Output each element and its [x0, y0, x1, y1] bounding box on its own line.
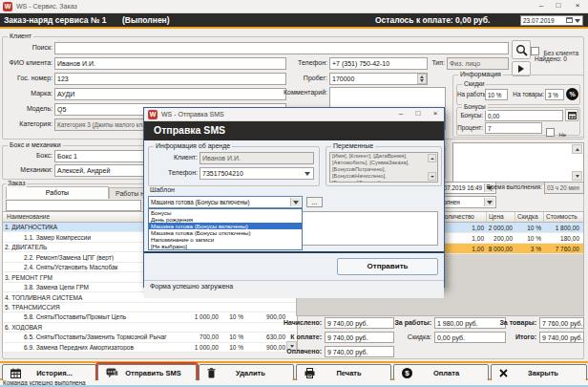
modal-header: Отправка SMS [144, 121, 444, 140]
scroll-up-icon[interactable] [572, 144, 582, 154]
modal-phone-label: Телефон: [152, 167, 198, 179]
discount-goods-label: На товары: [510, 89, 544, 100]
search-input[interactable] [54, 42, 509, 54]
marka-label: Марка: [5, 88, 52, 99]
discount-total-label: Скидка: [389, 332, 431, 343]
stepper-down-icon[interactable] [420, 79, 424, 82]
modal-phone-combo[interactable]: 73517504210 [200, 167, 314, 180]
model-label: Модель: [5, 103, 52, 115]
bonus-calendar-button[interactable] [565, 109, 578, 121]
gos-input[interactable]: 123 [54, 73, 286, 85]
scroll-down-icon[interactable] [572, 171, 582, 181]
dropdown-option[interactable]: Машина готова (Бонусы отключены) [149, 229, 302, 236]
combo-arrow-icon[interactable] [303, 169, 312, 178]
send-button[interactable]: Отправить [337, 258, 438, 275]
payment-button[interactable]: $ Оплата [393, 364, 489, 381]
bonus-input[interactable]: 0,00 [485, 110, 563, 121]
modal-maximize-button[interactable]: □ [411, 109, 425, 118]
calendar-icon [10, 368, 21, 378]
template-more-button[interactable]: ... [306, 197, 323, 207]
accrued-value: 9 740,00 руб. [325, 317, 394, 329]
print-button[interactable]: Печать [296, 364, 391, 381]
price-column-header[interactable]: Цена [486, 212, 514, 222]
tab-works[interactable]: Работы [6, 186, 109, 199]
template-combo[interactable]: Машина готова (Бонусы включены) [148, 196, 303, 208]
dropdown-option[interactable]: День рождения [149, 216, 302, 223]
modal-status-bar: Форма успешно загружена [144, 280, 444, 298]
dropdown-option[interactable]: Бонусы [149, 209, 302, 216]
discount-goods-input[interactable]: 3 % [545, 89, 564, 100]
discount-column-header[interactable]: Скидка [514, 212, 543, 222]
modal-close-button[interactable]: × [429, 109, 442, 118]
name-column-header[interactable]: Наименование [7, 213, 50, 220]
dropdown-option-selected[interactable]: Машина готова (Бонусы включены) [149, 223, 302, 229]
table-row[interactable]: 5.8. Снять/Поставить/Промыт Цепь1 000,00… [3, 312, 297, 322]
client-group-label: Клиент [8, 32, 33, 40]
mech-label: Механики: [10, 164, 52, 176]
send-sms-button[interactable]: Отправить SMS [97, 364, 197, 381]
discounts-group-label: Скидки [462, 80, 486, 88]
maximize-button[interactable]: □ [552, 1, 565, 11]
modal-minimize-button[interactable]: – [394, 109, 408, 118]
tab-works-label: Работы [46, 189, 69, 196]
grand-total-value: 9 740,00 руб. [539, 332, 584, 343]
marka-input[interactable]: АУДИ [54, 88, 286, 100]
dropdown-option[interactable]: Напоминание о записи [149, 236, 302, 243]
info-textarea[interactable] [452, 142, 584, 183]
modal-status-text: Форма успешно загружена [150, 283, 233, 290]
probeg-stepper[interactable] [417, 74, 427, 84]
accrued-label: Начислено: [274, 317, 322, 329]
calendar-icon[interactable] [566, 17, 573, 23]
date-picker[interactable]: 23.07.2019 [520, 15, 583, 26]
checkbox-icon[interactable] [546, 128, 555, 137]
modal-client-label: Клиент: [152, 152, 198, 163]
search-button[interactable] [512, 40, 531, 59]
tree-search-input[interactable] [6, 200, 141, 211]
payment-button-label: Оплата [418, 369, 488, 377]
template-label: Шаблон [150, 184, 175, 196]
type-label: Тип: [428, 57, 445, 69]
search-label: Поиск: [10, 42, 52, 54]
table-row[interactable]: 6. ХОДОВАЯ [3, 323, 297, 333]
cost-column-header[interactable]: Стоимость [543, 212, 581, 222]
table-row[interactable]: 6.5. Снять/Поставить/Заменить Тормозной … [3, 333, 297, 342]
discount-works-input[interactable]: 10 % [485, 89, 508, 100]
date-dropdown-icon[interactable] [575, 19, 580, 23]
percent-icon: % [569, 91, 575, 97]
minimize-button[interactable]: – [535, 1, 548, 11]
due-label: К оплате: [274, 332, 322, 343]
dropdown-option[interactable]: [Не выбрано] [149, 243, 302, 249]
stepper-up-icon[interactable] [420, 75, 424, 78]
modal-separator [144, 251, 444, 253]
table-row[interactable]: 5. ТРАНСМИССИЯ [3, 303, 297, 312]
vars-group-label: Переменные [331, 142, 375, 150]
qty-column-header[interactable]: Количество [438, 212, 486, 222]
exec-time-label: Время выполнения: [483, 182, 542, 193]
combo-arrow-icon[interactable] [484, 198, 494, 206]
close-button[interactable]: × [571, 1, 584, 11]
works-total-label: За работы: [389, 317, 431, 329]
close-order-button-label: Закрыть [514, 369, 586, 377]
fio-input[interactable]: Иванов И.И. [54, 57, 286, 70]
phone-input[interactable]: +7 (351) 750-42-10 [329, 57, 428, 70]
discount-button[interactable]: % [566, 88, 578, 100]
delete-button[interactable]: Удалить [199, 364, 294, 381]
trash-icon [207, 368, 216, 378]
search-icon [515, 44, 528, 56]
discount-works-label: На работы: [457, 89, 484, 100]
scroll-up-icon[interactable] [428, 154, 436, 162]
percent-input[interactable]: 7 [485, 122, 542, 134]
probeg-input[interactable]: 170000 [329, 73, 428, 85]
vars-text: [Имя], [Клиент], [ДатаВремя], [Автомобил… [332, 153, 410, 183]
close-x-icon [499, 369, 508, 377]
send-button-label: Отправить [368, 262, 409, 270]
modal-client-value: Иванов И.И. [200, 152, 314, 164]
combo-arrow-icon[interactable] [290, 198, 301, 206]
modal-title-bar: W WS - Отправка SMS – □ × [144, 108, 444, 121]
app-icon: W [3, 2, 12, 11]
delete-button-label: Удалить [221, 369, 293, 377]
type-input: Физ. лицо [447, 57, 509, 70]
scroll-down-icon[interactable] [428, 172, 436, 181]
close-order-button[interactable]: Закрыть [491, 364, 587, 381]
table-row[interactable]: 6.9. Замена Передних Амортизаторов1 000,… [3, 343, 297, 353]
